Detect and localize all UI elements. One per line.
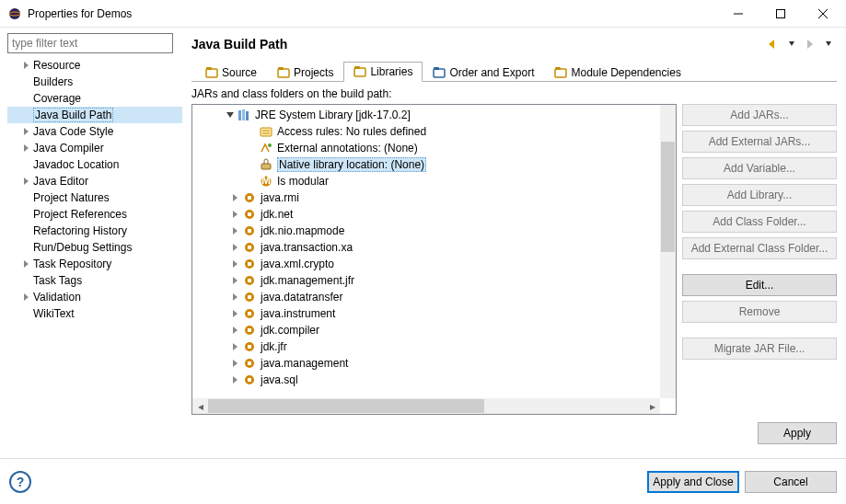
- module-item[interactable]: java.instrument: [192, 305, 676, 322]
- sidebar-item[interactable]: Run/Debug Settings: [7, 239, 182, 256]
- chevron-right-icon[interactable]: [229, 194, 242, 201]
- module-item[interactable]: java.rmi: [192, 189, 676, 206]
- tab-order-and-export[interactable]: Order and Export: [423, 63, 544, 82]
- horizontal-scrollbar[interactable]: ◂ ▸: [192, 398, 660, 414]
- sidebar-item[interactable]: Project Natures: [7, 189, 182, 206]
- chevron-right-icon[interactable]: [20, 178, 33, 185]
- module-item[interactable]: java.sql: [192, 372, 676, 388]
- close-button[interactable]: [802, 0, 844, 27]
- nav-back-icon[interactable]: [765, 36, 782, 52]
- scroll-left-icon[interactable]: ◂: [192, 398, 208, 414]
- vertical-scrollbar[interactable]: [660, 105, 676, 398]
- nav-back-menu-icon[interactable]: [783, 36, 800, 52]
- module-item-label: jdk.nio.mapmode: [261, 224, 344, 237]
- chevron-right-icon[interactable]: [20, 144, 33, 152]
- sidebar-item[interactable]: Coverage: [7, 90, 182, 107]
- lib-meta-item[interactable]: External annotations: (None): [192, 140, 676, 156]
- sidebar-item[interactable]: Task Tags: [7, 272, 182, 289]
- module-item[interactable]: java.datatransfer: [192, 289, 676, 305]
- tab-label: Projects: [294, 66, 333, 79]
- sidebar-item-label: Java Code Style: [33, 125, 113, 138]
- chevron-right-icon[interactable]: [20, 260, 33, 268]
- sidebar-item[interactable]: Task Repository: [7, 256, 182, 272]
- module-item[interactable]: jdk.compiler: [192, 322, 676, 338]
- order-icon: [433, 66, 446, 79]
- nav-forward-icon[interactable]: [802, 36, 818, 52]
- nav-forward-menu-icon[interactable]: [820, 36, 837, 52]
- sidebar-item[interactable]: Java Editor: [7, 173, 182, 189]
- module-item[interactable]: jdk.management.jfr: [192, 272, 676, 289]
- module-icon: [242, 323, 257, 338]
- edit-button[interactable]: Edit...: [682, 274, 837, 296]
- tab-source[interactable]: Source: [195, 63, 267, 82]
- chevron-right-icon[interactable]: [229, 343, 242, 350]
- chevron-right-icon[interactable]: [20, 128, 33, 135]
- apply-and-close-button[interactable]: Apply and Close: [647, 471, 739, 493]
- svg-rect-14: [555, 69, 566, 77]
- chevron-right-icon[interactable]: [229, 310, 242, 317]
- sidebar-item-label: Refactoring History: [33, 224, 127, 237]
- chevron-right-icon[interactable]: [229, 244, 242, 251]
- jre-system-library[interactable]: JRE System Library [jdk-17.0.2]: [192, 107, 676, 123]
- chevron-right-icon[interactable]: [20, 62, 33, 69]
- svg-rect-19: [261, 128, 272, 136]
- chevron-right-icon[interactable]: [229, 277, 242, 284]
- chevron-right-icon[interactable]: [229, 376, 242, 384]
- tab-libraries[interactable]: Libraries: [343, 62, 423, 82]
- module-icon: [242, 356, 257, 371]
- svg-rect-37: [248, 279, 251, 282]
- chevron-right-icon[interactable]: [229, 227, 242, 235]
- sidebar-item-label: Builders: [33, 75, 73, 88]
- cancel-button[interactable]: Cancel: [745, 471, 837, 493]
- extann-icon: [259, 141, 273, 155]
- sidebar-item-label: Run/Debug Settings: [33, 241, 132, 254]
- apply-button[interactable]: Apply: [758, 422, 837, 444]
- remove-button: Remove: [682, 301, 837, 323]
- maximize-button[interactable]: [759, 0, 802, 27]
- lib-meta-item[interactable]: Native library location: (None): [192, 156, 676, 173]
- chevron-right-icon[interactable]: [229, 211, 242, 218]
- chevron-right-icon[interactable]: [229, 360, 242, 367]
- tab-projects[interactable]: Projects: [267, 63, 343, 82]
- add-jars-button: Add JARs...: [682, 104, 837, 126]
- minimize-button[interactable]: [717, 0, 759, 27]
- sidebar-item[interactable]: Refactoring History: [7, 223, 182, 239]
- module-icon: [242, 190, 257, 205]
- sidebar-item[interactable]: Validation: [7, 289, 182, 305]
- svg-rect-10: [354, 68, 365, 76]
- sidebar-item[interactable]: Java Compiler: [7, 140, 182, 156]
- scroll-right-icon[interactable]: ▸: [644, 398, 660, 414]
- libraries-tree[interactable]: JRE System Library [jdk-17.0.2]Access ru…: [192, 105, 676, 414]
- help-icon[interactable]: ?: [9, 471, 31, 493]
- chevron-down-icon[interactable]: [224, 111, 237, 119]
- module-icon: [242, 257, 257, 271]
- chevron-right-icon[interactable]: [229, 293, 242, 301]
- sidebar-item[interactable]: Project References: [7, 206, 182, 223]
- category-tree[interactable]: ResourceBuildersCoverageJava Build PathJ…: [7, 57, 182, 322]
- module-item[interactable]: jdk.jfr: [192, 338, 676, 355]
- sidebar-item[interactable]: Java Build Path: [7, 107, 182, 123]
- filter-input[interactable]: [7, 33, 173, 53]
- tab-module-dependencies[interactable]: Module Dependencies: [544, 63, 690, 82]
- sidebar-item[interactable]: Java Code Style: [7, 123, 182, 140]
- module-item[interactable]: java.xml.crypto: [192, 256, 676, 272]
- sidebar-item[interactable]: Builders: [7, 74, 182, 90]
- module-item[interactable]: jdk.net: [192, 206, 676, 223]
- svg-rect-29: [248, 212, 251, 216]
- svg-rect-7: [206, 67, 212, 70]
- chevron-right-icon[interactable]: [229, 260, 242, 268]
- lib-meta-item[interactable]: Access rules: No rules defined: [192, 123, 676, 140]
- lib-meta-item[interactable]: MIs modular: [192, 173, 676, 189]
- module-item[interactable]: jdk.nio.mapmode: [192, 223, 676, 239]
- tab-label: Source: [222, 66, 257, 79]
- sidebar-item-label: Java Compiler: [33, 142, 104, 155]
- chevron-right-icon[interactable]: [20, 293, 33, 301]
- window-title: Properties for Demos: [28, 7, 717, 20]
- sidebar-item[interactable]: Javadoc Location: [7, 156, 182, 173]
- module-item[interactable]: java.transaction.xa: [192, 239, 676, 256]
- chevron-right-icon[interactable]: [229, 326, 242, 334]
- sidebar-item-label: Java Build Path: [33, 108, 113, 122]
- sidebar-item[interactable]: Resource: [7, 57, 182, 74]
- module-item[interactable]: java.management: [192, 355, 676, 372]
- sidebar-item[interactable]: WikiText: [7, 305, 182, 322]
